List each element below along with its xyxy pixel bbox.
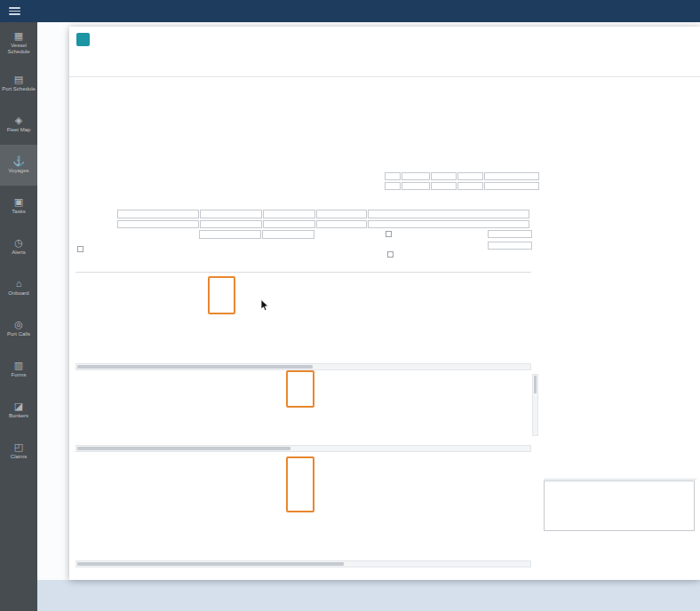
redelivery-difference-field[interactable] [316, 220, 367, 229]
sidebar-item-fleet-map[interactable]: ◈Fleet Map [0, 104, 37, 145]
sidebar-item-forms[interactable]: ▥Forms [0, 349, 37, 390]
onboard-icon: ⌂ [16, 279, 22, 289]
intercompany-checkbox[interactable] [386, 231, 392, 237]
fleet-map-icon: ◈ [15, 115, 22, 125]
port-calls-icon: ◎ [14, 320, 23, 329]
sidebar-item-label: Forms [1, 372, 36, 378]
sidebar-item-label: Claims [1, 454, 36, 460]
port-schedule-icon: ▤ [14, 75, 23, 84]
sidebar-item-label: Onboard [1, 290, 36, 297]
delivery-difference-field[interactable] [316, 210, 367, 218]
top-bar [0, 0, 700, 22]
tc-badge-icon [76, 33, 90, 46]
add-all-off-hires-checkbox[interactable] [387, 251, 394, 258]
sidebar-item-port-calls[interactable]: ◎Port Calls [0, 308, 37, 349]
max-duration-row [365, 181, 537, 191]
sidebar-item-label: Fleet Map [1, 127, 36, 133]
scrollbar-thumb[interactable] [534, 376, 537, 393]
sidebar-item-label: Tasks [1, 209, 36, 215]
sidebar-item-label: Alerts [1, 250, 36, 256]
sidebar-item-alerts[interactable]: ◷Alerts [0, 226, 37, 267]
toolbar [69, 59, 700, 77]
sidebar-item-label: Port Schedule [1, 86, 36, 92]
sidebar-item-port-schedule[interactable]: ▤Port Schedule [0, 63, 37, 104]
voyages-icon: ⚓ [12, 156, 25, 166]
max-unit-field[interactable] [402, 182, 430, 191]
alerts-icon: ◷ [14, 238, 23, 248]
sidebar-item-onboard[interactable]: ⌂Onboard [0, 267, 37, 308]
delivery-row [76, 209, 531, 219]
summary-panel [544, 96, 696, 104]
menu-icon[interactable] [9, 7, 20, 15]
duration-limits-table [365, 163, 537, 191]
notes-tabs [544, 469, 696, 480]
ic-adj-field[interactable] [488, 242, 532, 250]
scrollbar-thumb[interactable] [77, 562, 344, 566]
screen: ▦Vessel Schedule▤Port Schedule◈Fleet Map… [0, 0, 700, 611]
redelivery-remarks-field[interactable] [368, 220, 529, 229]
remarks-textarea[interactable] [544, 480, 695, 531]
min-plus-days-field[interactable] [457, 172, 483, 181]
sidebar-item-claims[interactable]: ◰Claims [0, 431, 37, 472]
duration-basis-field[interactable] [262, 230, 314, 239]
sidebar-item-label: Bunkers [1, 413, 36, 419]
add-all-off-hires-option [387, 251, 396, 258]
delivery-proj-gmt-field[interactable] [263, 210, 315, 218]
detail-tabs [76, 261, 531, 273]
sidebar-item-bunkers[interactable]: ◪Bunkers [0, 390, 37, 431]
min-minus-days-field[interactable] [431, 172, 457, 181]
ic-company-field[interactable] [488, 230, 532, 239]
sidebar: ▦Vessel Schedule▤Port Schedule◈Fleet Map… [0, 22, 37, 611]
scrollbar-thumb[interactable] [77, 447, 290, 450]
max-minus-days-field[interactable] [431, 182, 457, 191]
redelivery-proj-gmt-field[interactable] [263, 220, 315, 229]
delivery-est-gmt-field[interactable] [200, 210, 262, 218]
bunkers-icon: ◪ [14, 401, 23, 411]
use-local-time-option [77, 246, 86, 252]
duration-limits-header [365, 163, 537, 171]
max-plus-days-field[interactable] [457, 182, 483, 191]
window-titlebar [69, 27, 700, 52]
background-field-label [37, 64, 69, 76]
max-dur-field[interactable] [385, 182, 401, 191]
sidebar-item-vessel-schedule[interactable]: ▦Vessel Schedule [0, 22, 37, 63]
horizontal-scrollbar[interactable] [76, 445, 531, 452]
background-field-labels [37, 64, 69, 76]
sidebar-item-label: Vessel Schedule [1, 43, 36, 54]
min-el-redel-field[interactable] [484, 172, 539, 181]
delivery-port-field[interactable] [117, 210, 199, 218]
max-el-redel-field[interactable] [484, 182, 539, 191]
scrollbar-thumb[interactable] [77, 365, 313, 369]
duration-est-field[interactable] [199, 230, 261, 239]
bottom-strip [37, 580, 700, 611]
redelivery-est-gmt-field[interactable] [200, 220, 262, 229]
min-dur-field[interactable] [385, 172, 401, 181]
sidebar-item-label: Port Calls [1, 331, 36, 337]
redelivery-port-field[interactable] [117, 220, 199, 229]
itinerary-header [76, 201, 531, 209]
intercompany-block [386, 228, 533, 251]
sidebar-item-label: Voyages [1, 168, 36, 174]
vessel-schedule-icon: ▦ [14, 31, 23, 41]
claims-icon: ◰ [14, 442, 23, 452]
delivery-remarks-field[interactable] [368, 210, 529, 218]
sidebar-item-tasks[interactable]: ▣Tasks [0, 186, 37, 226]
min-unit-field[interactable] [402, 172, 430, 181]
time-charter-in-window [69, 27, 700, 580]
vertical-scrollbar[interactable] [532, 374, 538, 436]
tasks-icon: ▣ [14, 197, 23, 207]
min-duration-row [365, 171, 537, 181]
horizontal-scrollbar[interactable] [76, 363, 531, 370]
use-local-time-checkbox[interactable] [77, 246, 84, 252]
sidebar-item-voyages[interactable]: ⚓Voyages [0, 145, 37, 186]
horizontal-scrollbar[interactable] [76, 560, 531, 567]
forms-icon: ▥ [14, 361, 23, 370]
